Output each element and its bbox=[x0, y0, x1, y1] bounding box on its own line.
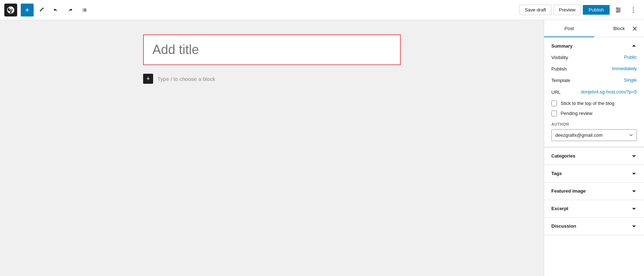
plus-inline-icon: + bbox=[146, 76, 150, 82]
discussion-section: Discussion bbox=[544, 218, 644, 235]
toolbar: Save draft Preview Publish bbox=[0, 0, 644, 20]
publish-row: Publish Immediately bbox=[551, 66, 637, 72]
visibility-label: Visibility bbox=[551, 54, 568, 61]
pending-review-label: Pending review bbox=[561, 111, 592, 116]
list-view-button[interactable] bbox=[78, 4, 91, 16]
pencil-icon bbox=[38, 7, 45, 13]
visibility-value[interactable]: Public bbox=[624, 54, 637, 60]
chevron-down-icon-excerpt bbox=[631, 206, 637, 212]
featured-image-chevron-icon bbox=[631, 188, 637, 194]
toolbar-right: Save draft Preview Publish bbox=[519, 4, 640, 16]
undo-button[interactable] bbox=[49, 4, 62, 16]
redo-button[interactable] bbox=[64, 4, 77, 16]
visibility-row: Visibility Public bbox=[551, 54, 637, 61]
svg-point-7 bbox=[633, 9, 634, 10]
sidebar-tabs: Post Block bbox=[544, 20, 644, 37]
tags-chevron-icon bbox=[631, 171, 637, 176]
pending-review-row: Pending review bbox=[551, 111, 637, 116]
edit-button[interactable] bbox=[35, 4, 48, 16]
publish-button[interactable]: Publish bbox=[583, 5, 610, 15]
publish-timing-label: Publish bbox=[551, 66, 567, 72]
sidebar-close-button[interactable] bbox=[628, 22, 641, 35]
settings-icon bbox=[615, 6, 622, 14]
author-section: AUTHOR deezgrafix@gmail.com bbox=[544, 122, 644, 147]
summary-section-header[interactable]: Summary bbox=[544, 37, 644, 54]
svg-point-5 bbox=[617, 11, 618, 12]
toolbar-left bbox=[4, 4, 519, 16]
tags-section: Tags bbox=[544, 165, 644, 183]
discussion-chevron-icon bbox=[631, 223, 637, 229]
pending-review-checkbox[interactable] bbox=[551, 111, 557, 116]
add-block-inline-button[interactable]: + bbox=[143, 74, 153, 84]
add-block-hint-row: + Type / to choose a block bbox=[143, 71, 401, 87]
url-value[interactable]: donjetv4.sg-host.com/?p=5 bbox=[581, 89, 637, 95]
template-row: Template Single bbox=[551, 77, 637, 84]
settings-toggle-button[interactable] bbox=[612, 4, 625, 16]
undo-icon bbox=[53, 7, 59, 13]
discussion-section-title: Discussion bbox=[551, 223, 576, 229]
summary-section: Summary Visibility Public bbox=[544, 37, 644, 147]
featured-image-section-header[interactable]: Featured image bbox=[544, 183, 644, 200]
excerpt-section: Excerpt bbox=[544, 200, 644, 218]
chevron-up-icon bbox=[631, 43, 637, 49]
stick-to-top-row: Stick to the top of the blog bbox=[551, 101, 637, 106]
categories-section-header[interactable]: Categories bbox=[544, 147, 644, 165]
svg-point-4 bbox=[619, 9, 620, 10]
plus-icon bbox=[24, 7, 30, 13]
editor-content: + Type / to choose a block bbox=[143, 34, 401, 262]
wp-logo bbox=[4, 4, 17, 16]
categories-section-title: Categories bbox=[551, 153, 575, 159]
editor-area: + Type / to choose a block bbox=[0, 20, 544, 276]
chevron-down-icon-featured bbox=[631, 188, 637, 194]
excerpt-section-title: Excerpt bbox=[551, 206, 569, 211]
template-value[interactable]: Single bbox=[624, 77, 637, 83]
template-label: Template bbox=[551, 77, 570, 84]
discussion-section-header[interactable]: Discussion bbox=[544, 218, 644, 235]
preview-button[interactable]: Preview bbox=[553, 5, 581, 15]
url-label: URL bbox=[551, 89, 561, 96]
main-layout: + Type / to choose a block Post Block Su… bbox=[0, 20, 644, 276]
list-view-icon bbox=[81, 7, 88, 13]
more-options-icon bbox=[630, 6, 637, 14]
chevron-down-icon-tags bbox=[631, 171, 637, 176]
categories-chevron-icon bbox=[631, 153, 637, 159]
excerpt-chevron-icon bbox=[631, 206, 637, 212]
sidebar: Post Block Summary bbox=[544, 20, 644, 276]
chevron-down-icon bbox=[631, 153, 637, 159]
excerpt-section-header[interactable]: Excerpt bbox=[544, 200, 644, 217]
wordpress-logo-icon bbox=[7, 6, 14, 14]
title-block bbox=[143, 34, 401, 65]
save-draft-button[interactable]: Save draft bbox=[519, 5, 551, 15]
title-input[interactable] bbox=[152, 42, 391, 57]
sidebar-body: Summary Visibility Public bbox=[544, 37, 644, 276]
stick-to-top-label: Stick to the top of the blog bbox=[561, 101, 614, 106]
tags-section-header[interactable]: Tags bbox=[544, 165, 644, 182]
close-icon bbox=[631, 25, 638, 32]
author-label: AUTHOR bbox=[551, 122, 637, 126]
summary-section-title: Summary bbox=[551, 43, 572, 49]
block-hint-text: Type / to choose a block bbox=[157, 76, 215, 82]
categories-section: Categories bbox=[544, 147, 644, 165]
tab-post[interactable]: Post bbox=[544, 20, 594, 37]
svg-point-6 bbox=[633, 7, 634, 8]
more-options-button[interactable] bbox=[627, 4, 640, 16]
tags-section-title: Tags bbox=[551, 171, 562, 176]
featured-image-section: Featured image bbox=[544, 183, 644, 200]
author-select[interactable]: deezgrafix@gmail.com bbox=[551, 129, 637, 141]
chevron-down-icon-discussion bbox=[631, 223, 637, 229]
svg-point-3 bbox=[617, 8, 618, 9]
svg-point-8 bbox=[633, 11, 634, 13]
stick-to-top-checkbox[interactable] bbox=[551, 101, 557, 106]
featured-image-section-title: Featured image bbox=[551, 188, 586, 194]
summary-chevron-icon bbox=[631, 43, 637, 49]
redo-icon bbox=[67, 7, 73, 13]
add-block-button[interactable] bbox=[21, 4, 34, 16]
summary-section-content: Visibility Public Publish Immediately Te… bbox=[544, 54, 644, 122]
url-row: URL donjetv4.sg-host.com/?p=5 bbox=[551, 89, 637, 96]
publish-timing-value[interactable]: Immediately bbox=[612, 66, 637, 71]
